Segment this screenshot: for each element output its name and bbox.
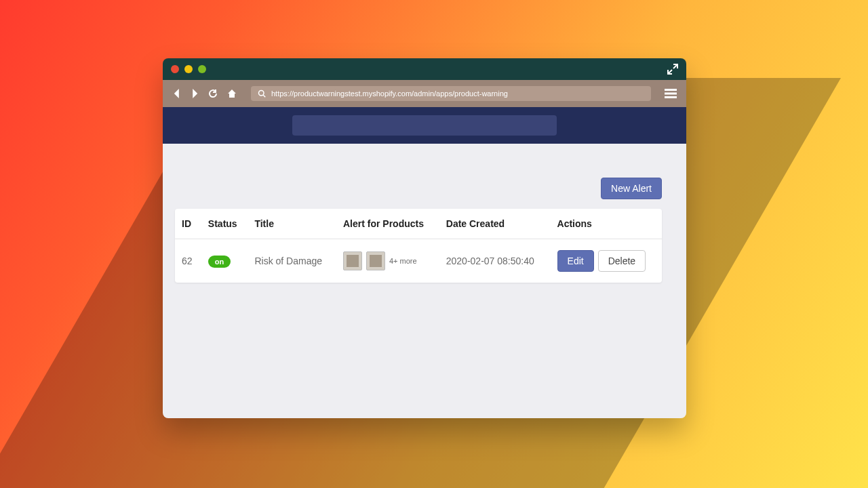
expand-icon[interactable] (667, 64, 678, 75)
col-id: ID (175, 209, 201, 239)
delete-button[interactable]: Delete (598, 250, 646, 272)
forward-icon[interactable] (190, 89, 199, 98)
svg-rect-1 (665, 89, 677, 91)
col-title: Title (248, 209, 336, 239)
cell-actions: Edit Delete (551, 239, 662, 283)
app-search-input[interactable] (292, 115, 557, 136)
close-icon[interactable] (171, 65, 179, 73)
right-gutter (662, 178, 667, 283)
cell-products: 4+ more (336, 239, 439, 283)
back-icon[interactable] (172, 89, 182, 98)
cell-id: 62 (175, 239, 201, 283)
window-titlebar (163, 58, 686, 80)
svg-point-0 (259, 91, 264, 96)
home-icon[interactable] (226, 88, 237, 99)
col-date: Date Created (439, 209, 551, 239)
app-header (163, 107, 686, 144)
cell-date: 2020-02-07 08:50:40 (439, 239, 551, 283)
search-icon (258, 89, 266, 98)
new-alert-button[interactable]: New Alert (601, 178, 662, 199)
alerts-table: ID Status Title Alert for Products Date … (175, 209, 662, 283)
reload-icon[interactable] (208, 88, 218, 99)
content-area: New Alert ID Status Title Alert for Prod… (163, 144, 686, 418)
maximize-icon[interactable] (198, 65, 206, 73)
panel-action-bar: New Alert (175, 178, 662, 199)
svg-rect-2 (665, 93, 677, 95)
product-thumb-icon[interactable] (366, 251, 385, 270)
table-row: 62 on Risk of Damage 4+ more 2 (175, 239, 662, 283)
cell-status: on (201, 239, 248, 283)
col-actions: Actions (551, 209, 662, 239)
col-status: Status (201, 209, 248, 239)
browser-toolbar: https://productwarningstest.myshopify.co… (163, 80, 686, 107)
product-thumb-icon[interactable] (343, 251, 362, 270)
cell-title: Risk of Damage (248, 239, 336, 283)
col-products: Alert for Products (336, 209, 439, 239)
url-text: https://productwarningstest.myshopify.co… (271, 89, 508, 98)
status-badge[interactable]: on (208, 256, 231, 268)
svg-rect-3 (665, 96, 677, 98)
alerts-table-card: ID Status Title Alert for Products Date … (175, 209, 662, 283)
menu-icon[interactable] (665, 87, 677, 100)
minimize-icon[interactable] (184, 65, 193, 73)
address-bar[interactable]: https://productwarningstest.myshopify.co… (251, 86, 651, 101)
more-products-label[interactable]: 4+ more (389, 257, 417, 265)
edit-button[interactable]: Edit (557, 250, 594, 272)
browser-window: https://productwarningstest.myshopify.co… (163, 58, 686, 418)
